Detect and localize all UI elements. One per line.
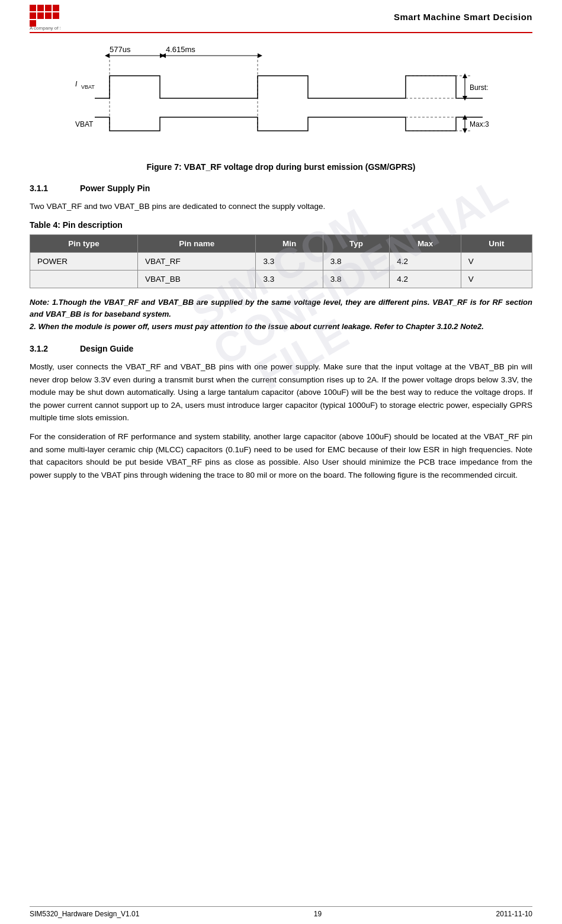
section-311-title: Power Supply Pin (80, 183, 150, 193)
cell-typ-1: 3.8 (323, 252, 390, 270)
section-312-title: Design Guide (80, 344, 133, 353)
cell-max-1: 4.2 (390, 252, 461, 270)
col-header-max: Max (390, 234, 461, 252)
table-row: VBAT_BB 3.3 3.8 4.2 V (30, 270, 532, 288)
page-footer: SIM5320_Hardware Design_V1.01 19 2011-11… (30, 906, 532, 918)
note-text: Note: 1.Though the VBAT_RF and VBAT_BB a… (30, 297, 532, 333)
simcom-logo: A company of SIM Tech (30, 5, 58, 28)
cell-min-1: 3.3 (256, 252, 323, 270)
svg-marker-24 (463, 73, 467, 78)
label-burst2a: Burst:2A (470, 83, 489, 92)
intro-paragraph: Two VBAT_RF and two VBAT_BB pins are ded… (30, 200, 532, 213)
footer-date: 2011-11-10 (496, 910, 532, 918)
svg-rect-1 (37, 5, 44, 11)
svg-marker-30 (463, 128, 467, 133)
svg-marker-19 (258, 53, 262, 58)
cell-typ-2: 3.8 (323, 270, 390, 288)
cell-unit-1: V (461, 252, 532, 270)
logo-area: A company of SIM Tech (30, 5, 58, 28)
section-311-heading: 3.1.1 Power Supply Pin (30, 183, 532, 193)
footer-page-num: 19 (314, 910, 322, 918)
pin-description-table: Pin type Pin name Min Typ Max Unit POWER… (30, 234, 532, 288)
cell-pinname-2: VBAT_BB (137, 270, 256, 288)
page-header: A company of SIM Tech Smart Machine Smar… (30, 0, 532, 33)
label-max300mv: Max:300mV (470, 120, 489, 128)
label-ivbat: I (75, 80, 78, 88)
diagram-area: 577us 4.615ms I VBAT VBAT (74, 39, 489, 157)
svg-marker-18 (161, 53, 166, 58)
cell-unit-2: V (461, 270, 532, 288)
col-header-min: Min (256, 234, 323, 252)
table-label: Table 4: Pin description (30, 220, 532, 230)
cell-max-2: 4.2 (390, 270, 461, 288)
svg-rect-4 (30, 12, 36, 19)
table-row: POWER VBAT_RF 3.3 3.8 4.2 V (30, 252, 532, 270)
note-line-2: 2. When the module is power off, users m… (30, 321, 532, 333)
svg-rect-7 (53, 12, 59, 19)
waveform-diagram: 577us 4.615ms I VBAT VBAT (74, 39, 489, 157)
col-header-pintype: Pin type (30, 234, 138, 252)
body-paragraph-2: For the consideration of RF performance … (30, 430, 532, 481)
col-header-unit: Unit (461, 234, 532, 252)
svg-rect-0 (30, 5, 36, 11)
cell-min-2: 3.3 (256, 270, 323, 288)
col-header-typ: Typ (323, 234, 390, 252)
section-312-num: 3.1.2 (30, 344, 62, 353)
body-paragraph-1: Mostly, user connects the VBAT_RF and VB… (30, 360, 532, 424)
cell-pintype-2 (30, 270, 138, 288)
note-line-1: Note: 1.Though the VBAT_RF and VBAT_BB a… (30, 297, 532, 321)
svg-text:A company of SIM Tech: A company of SIM Tech (30, 25, 60, 31)
cell-pintype-1: POWER (30, 252, 138, 270)
header-title: Smart Machine Smart Decision (394, 12, 532, 22)
footer-doc-name: SIM5320_Hardware Design_V1.01 (30, 910, 139, 918)
label-ivbat-sub: VBAT (81, 84, 95, 90)
label-vbat: VBAT (75, 120, 94, 128)
label-4615ms: 4.615ms (166, 45, 195, 54)
cell-pinname-1: VBAT_RF (137, 252, 256, 270)
col-header-pinname: Pin name (137, 234, 256, 252)
page: A company of SIM Tech Smart Machine Smar… (0, 0, 562, 924)
svg-rect-6 (45, 12, 52, 19)
svg-rect-2 (45, 5, 52, 11)
figure-caption: Figure 7: VBAT_RF voltage drop during bu… (30, 162, 532, 172)
label-577us: 577us (110, 45, 131, 54)
section-311-num: 3.1.1 (30, 183, 62, 193)
section-312-heading: 3.1.2 Design Guide (30, 344, 532, 353)
svg-rect-3 (53, 5, 59, 11)
svg-marker-14 (105, 53, 110, 58)
svg-rect-5 (37, 12, 44, 19)
